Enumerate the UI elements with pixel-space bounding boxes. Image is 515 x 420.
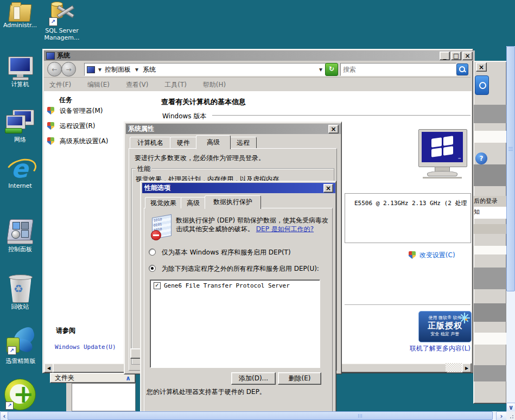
- no-entry-icon: [151, 230, 161, 240]
- performance-group-label: 性能: [136, 164, 152, 174]
- close-icon[interactable]: ×: [476, 62, 487, 72]
- add-button-label: 添加(D)...: [239, 374, 268, 383]
- desktop-icon-control-panel[interactable]: 控制面板: [0, 218, 40, 253]
- task-item-remote-settings[interactable]: 远程设置(R): [47, 122, 96, 131]
- menu-bar: 文件(F) 编辑(E) 查看(V) 工具(T) 帮助(H): [44, 78, 471, 91]
- tab-computer-name[interactable]: 计算机名: [130, 137, 171, 148]
- session-v-scrollbar[interactable]: ∨: [506, 46, 515, 411]
- database-tools-icon: ↗: [48, 1, 76, 27]
- session-h-scrollbar[interactable]: ‹ ›: [0, 411, 515, 420]
- dialog-title: 系统属性: [128, 124, 154, 133]
- location-icon: [87, 66, 95, 73]
- menu-file[interactable]: 文件(F): [49, 80, 71, 90]
- sparkle-star-icon: [459, 313, 470, 323]
- tab-visual-effects[interactable]: 视觉效果: [145, 197, 182, 208]
- tab-remote[interactable]: 远程: [230, 137, 257, 148]
- radio-dep-basic[interactable]: 仅为基本 Windows 程序和服务启用 DEP(T): [149, 248, 291, 257]
- radio-dep-optout[interactable]: 为除下列选定程序之外的所有程序和服务启用 DEP(U):: [149, 264, 319, 273]
- desktop-icon-360[interactable]: + ↗: [1, 379, 39, 410]
- resize-grip[interactable]: [506, 411, 515, 420]
- learn-more-link[interactable]: 联机了解更多内容(L): [410, 344, 471, 353]
- background-window-text: 知: [474, 207, 506, 219]
- list-item[interactable]: ✓ Gene6 File Transfer Protocol Server: [150, 280, 320, 289]
- history-dropdown-icon[interactable]: ▾: [319, 66, 322, 73]
- scroll-right-button[interactable]: ›: [496, 411, 507, 420]
- radio-label: 仅为基本 Windows 程序和服务启用 DEP(T): [162, 249, 291, 256]
- uac-shield-icon: [47, 137, 54, 145]
- menu-view[interactable]: 查看(V): [126, 80, 149, 90]
- add-button[interactable]: 添加(D)...: [231, 372, 276, 385]
- search-input[interactable]: [341, 66, 456, 73]
- desktop-icon-internet[interactable]: e Internet: [0, 156, 40, 189]
- task-item-device-manager[interactable]: 设备管理器(M): [47, 106, 103, 116]
- recycle-symbol-icon: ♻: [14, 282, 23, 295]
- network-icon: [5, 110, 35, 136]
- change-settings-link[interactable]: 改变设置(C): [419, 251, 455, 259]
- h-scroll-thumb[interactable]: [8, 411, 493, 420]
- remove-button[interactable]: 删除(E): [278, 372, 321, 385]
- breadcrumb-current[interactable]: 系统: [143, 65, 156, 74]
- breadcrumb-root[interactable]: 控制面板: [105, 65, 131, 74]
- section-divider: [345, 304, 471, 305]
- dep-help-link[interactable]: DEP 是如何工作的?: [256, 225, 314, 233]
- tab-dep[interactable]: 数据执行保护: [205, 195, 261, 209]
- desktop-icon-thunder[interactable]: ↗ 迅雷精简版: [0, 328, 41, 365]
- folders-bar[interactable]: 文件夹 ∧: [50, 373, 136, 383]
- maximize-button[interactable]: □: [451, 52, 461, 60]
- dep-tab-page: 101001011010010 数据执行保护 (DEP) 帮助保护数据，使其免受…: [144, 208, 333, 414]
- close-button[interactable]: ×: [328, 125, 339, 133]
- chevron-up-icon[interactable]: ∧: [125, 374, 131, 382]
- performance-options-titlebar[interactable]: 性能选项 ×: [142, 183, 335, 193]
- desktop-icon-recycle-bin[interactable]: ♻ 回收站: [0, 273, 40, 311]
- green-plus-icon: + ↗: [4, 379, 36, 410]
- background-window-band: [474, 131, 506, 143]
- desktop-icon-administrator[interactable]: Administr...: [0, 2, 40, 29]
- windows-flag-icon: [431, 136, 453, 157]
- search-icon-handle: [463, 70, 466, 73]
- shortcut-arrow-icon: ↗: [49, 17, 58, 26]
- control-panel-icon: [7, 218, 33, 245]
- minimize-button[interactable]: _: [440, 52, 450, 60]
- refresh-button[interactable]: ↻: [325, 63, 338, 76]
- genuine-badge[interactable]: 使用 微软® 软件 正版授权 安全 稳定 声誉: [418, 311, 472, 342]
- menu-help[interactable]: 帮助(H): [203, 80, 226, 90]
- cpu-info: E5506 @ 2.13GHz 2.13 GHz (2 处理: [354, 199, 467, 207]
- admin-note: 要进行大多数更改，您必须作为管理员登录。: [135, 154, 265, 163]
- dep-program-list[interactable]: ✓ Gene6 File Transfer Protocol Server: [150, 279, 320, 368]
- close-button[interactable]: ×: [462, 52, 473, 60]
- folders-pane-frame: [66, 383, 72, 411]
- forward-button[interactable]: →: [61, 62, 76, 77]
- menu-tools[interactable]: 工具(T): [164, 80, 187, 90]
- windows-update-link[interactable]: Windows Update(U): [55, 343, 116, 351]
- menu-edit[interactable]: 编辑(E): [87, 80, 110, 90]
- close-button[interactable]: ×: [323, 184, 333, 193]
- desktop: Administr... ↗ SQL Server Managem... 计算机: [0, 0, 515, 420]
- dropdown-icon[interactable]: ▾: [98, 66, 101, 73]
- monitor-screen: ™: [422, 132, 463, 162]
- see-also-header: 请参阅: [56, 326, 75, 335]
- scroll-right-button[interactable]: ▶: [462, 363, 472, 373]
- desktop-icon-sql-server[interactable]: ↗ SQL Server Managem...: [40, 1, 84, 41]
- search-go-icon[interactable]: [475, 75, 489, 95]
- tab-hardware[interactable]: 硬件: [170, 137, 197, 148]
- v-scroll-thumb[interactable]: [506, 46, 515, 291]
- help-icon[interactable]: ?: [475, 152, 487, 164]
- uac-shield-icon: [47, 122, 54, 130]
- search-button[interactable]: [456, 63, 468, 75]
- tab-advanced[interactable]: 高级: [196, 135, 231, 149]
- system-properties-titlebar[interactable]: 系统属性 ×: [126, 124, 341, 134]
- checkbox-checked-icon[interactable]: ✓: [154, 282, 161, 289]
- tab-advanced[interactable]: 高级: [181, 197, 206, 208]
- scroll-track[interactable]: [446, 363, 462, 372]
- shortcut-arrow-icon: ↗: [5, 402, 14, 410]
- desktop-icon-computer[interactable]: 计算机: [0, 56, 40, 88]
- task-item-advanced-settings[interactable]: 高级系统设置(A): [47, 137, 108, 147]
- back-button[interactable]: ←: [47, 62, 62, 77]
- system-window-titlebar[interactable]: 系统 _ □ ×: [44, 50, 475, 61]
- desktop-icon-network[interactable]: 网络: [0, 110, 40, 144]
- change-settings[interactable]: 改变设置(C): [409, 251, 455, 260]
- folders-pane: [72, 383, 136, 411]
- address-bar[interactable]: ▾ 控制面板 ▾ 系统 ▾: [84, 63, 326, 76]
- dep-description: 数据执行保护 (DEP) 帮助保护数据，使其免受病毒攻击或其他安全威胁的破坏。 …: [176, 216, 331, 233]
- dropdown-icon[interactable]: ▾: [135, 66, 138, 73]
